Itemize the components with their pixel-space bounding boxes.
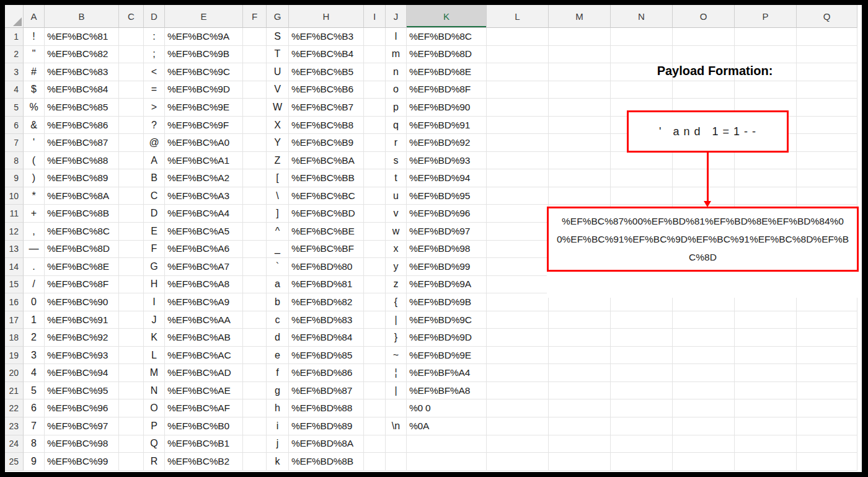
cell-E2[interactable]: %EF%BC%9B: [165, 46, 243, 64]
cell-E19[interactable]: %EF%BC%AC: [165, 347, 243, 365]
row-header-4[interactable]: 4: [5, 81, 24, 99]
cell-P19[interactable]: [735, 347, 797, 365]
cell-Q1[interactable]: [797, 28, 857, 46]
cell-M25[interactable]: [549, 453, 611, 471]
cell-O2[interactable]: [673, 46, 735, 64]
row-header-20[interactable]: 20: [5, 364, 24, 382]
cell-D15[interactable]: H: [144, 276, 165, 294]
cell-L5[interactable]: [487, 99, 549, 117]
row-header-18[interactable]: 18: [5, 329, 24, 347]
cell-E1[interactable]: %EF%BC%9A: [165, 28, 243, 46]
cell-K17[interactable]: %EF%BD%9C: [407, 311, 487, 329]
cell-K4[interactable]: %EF%BD%8F: [407, 81, 487, 99]
cell-C12[interactable]: [119, 223, 144, 241]
cell-O20[interactable]: [673, 364, 735, 382]
cell-A11[interactable]: +: [24, 205, 45, 223]
cell-H5[interactable]: %EF%BC%B7: [289, 99, 364, 117]
cell-O21[interactable]: [673, 382, 735, 400]
cell-I15[interactable]: [364, 276, 386, 294]
cell-K8[interactable]: %EF%BD%93: [407, 152, 487, 170]
cell-L17[interactable]: [487, 311, 549, 329]
cell-J23[interactable]: \n: [386, 417, 407, 435]
cell-J16[interactable]: {: [386, 293, 407, 311]
cell-Q19[interactable]: [797, 347, 857, 365]
cell-N18[interactable]: [611, 329, 673, 347]
cell-P13[interactable]: [735, 241, 797, 259]
column-header-B[interactable]: B: [45, 5, 119, 28]
cell-M10[interactable]: [549, 187, 611, 205]
cell-P9[interactable]: [735, 169, 797, 187]
cell-G12[interactable]: ^: [267, 223, 289, 241]
cell-F4[interactable]: [243, 81, 267, 99]
cell-I23[interactable]: [364, 417, 386, 435]
cell-B19[interactable]: %EF%BC%93: [45, 347, 119, 365]
cell-L19[interactable]: [487, 347, 549, 365]
cell-P11[interactable]: [735, 205, 797, 223]
cell-J13[interactable]: x: [386, 241, 407, 259]
cell-A20[interactable]: 4: [24, 364, 45, 382]
cell-O15[interactable]: [673, 276, 735, 294]
cell-A25[interactable]: 9: [24, 453, 45, 471]
cell-C15[interactable]: [119, 276, 144, 294]
cell-P7[interactable]: [735, 134, 797, 152]
cell-B15[interactable]: %EF%BC%8F: [45, 276, 119, 294]
cell-K23[interactable]: %0A: [407, 417, 487, 435]
cell-L20[interactable]: [487, 364, 549, 382]
cell-A2[interactable]: ": [24, 46, 45, 64]
cell-E20[interactable]: %EF%BC%AD: [165, 364, 243, 382]
cell-C11[interactable]: [119, 205, 144, 223]
row-header-14[interactable]: 14: [5, 258, 24, 276]
cell-L16[interactable]: [487, 293, 549, 311]
cell-J3[interactable]: n: [386, 63, 407, 81]
column-header-N[interactable]: N: [611, 5, 673, 28]
cell-D14[interactable]: G: [144, 258, 165, 276]
cell-P4[interactable]: [735, 81, 797, 99]
cell-G2[interactable]: T: [267, 46, 289, 64]
cell-Q15[interactable]: [797, 276, 857, 294]
cell-J17[interactable]: |: [386, 311, 407, 329]
cell-H10[interactable]: %EF%BC%BC: [289, 187, 364, 205]
cell-D16[interactable]: I: [144, 293, 165, 311]
cell-B1[interactable]: %EF%BC%81: [45, 28, 119, 46]
cell-P18[interactable]: [735, 329, 797, 347]
cell-E7[interactable]: %EF%BC%A0: [165, 134, 243, 152]
cell-J7[interactable]: r: [386, 134, 407, 152]
cell-A4[interactable]: $: [24, 81, 45, 99]
cell-O17[interactable]: [673, 311, 735, 329]
cell-O25[interactable]: [673, 453, 735, 471]
cell-D19[interactable]: L: [144, 347, 165, 365]
cell-K24[interactable]: [407, 435, 487, 453]
cell-K9[interactable]: %EF%BD%94: [407, 169, 487, 187]
cell-O19[interactable]: [673, 347, 735, 365]
cell-P22[interactable]: [735, 399, 797, 417]
cell-D9[interactable]: B: [144, 169, 165, 187]
cell-C13[interactable]: [119, 241, 144, 259]
cell-A13[interactable]: —: [24, 241, 45, 259]
column-header-D[interactable]: D: [144, 5, 165, 28]
cell-J10[interactable]: u: [386, 187, 407, 205]
cell-L10[interactable]: [487, 187, 549, 205]
cell-K19[interactable]: %EF%BD%9E: [407, 347, 487, 365]
cell-N1[interactable]: [611, 28, 673, 46]
cell-N6[interactable]: [611, 117, 673, 135]
cell-M19[interactable]: [549, 347, 611, 365]
cell-D1[interactable]: :: [144, 28, 165, 46]
cell-H25[interactable]: %EF%BD%8B: [289, 453, 364, 471]
cell-M24[interactable]: [549, 435, 611, 453]
cell-H13[interactable]: %EF%BC%BF: [289, 241, 364, 259]
row-header-16[interactable]: 16: [5, 293, 24, 311]
cell-A6[interactable]: &: [24, 117, 45, 135]
cell-D10[interactable]: C: [144, 187, 165, 205]
cell-F8[interactable]: [243, 152, 267, 170]
cell-I17[interactable]: [364, 311, 386, 329]
cell-I18[interactable]: [364, 329, 386, 347]
cell-Q14[interactable]: [797, 258, 857, 276]
cell-K16[interactable]: %EF%BD%9B: [407, 293, 487, 311]
cell-C17[interactable]: [119, 311, 144, 329]
cell-E23[interactable]: %EF%BC%B0: [165, 417, 243, 435]
cell-P20[interactable]: [735, 364, 797, 382]
cell-A18[interactable]: 2: [24, 329, 45, 347]
cell-M6[interactable]: [549, 117, 611, 135]
cell-M9[interactable]: [549, 169, 611, 187]
cell-J15[interactable]: z: [386, 276, 407, 294]
